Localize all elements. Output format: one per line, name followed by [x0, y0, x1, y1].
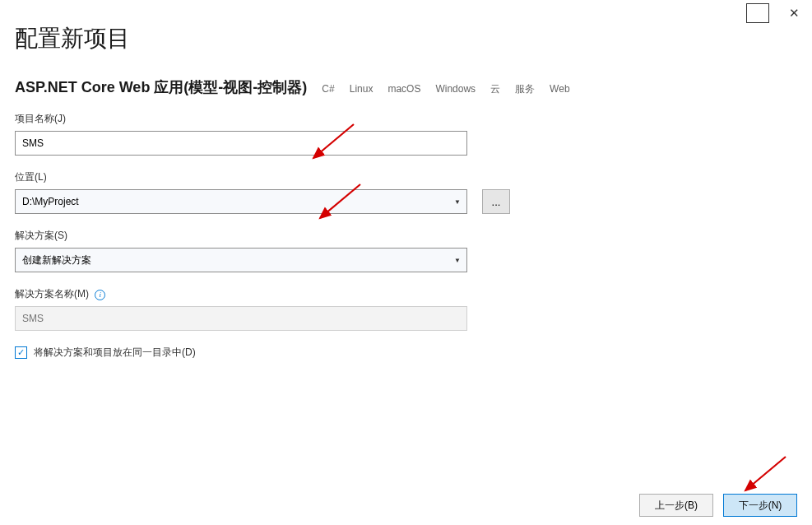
tag-csharp: C#: [322, 83, 334, 95]
solution-name-group: 解决方案名称(M) i: [15, 287, 797, 331]
solution-select[interactable]: 创建新解决方案: [15, 248, 467, 272]
browse-button[interactable]: ...: [482, 189, 510, 214]
tag-service: 服务: [515, 82, 535, 96]
location-value: D:\MyProject: [22, 196, 79, 207]
next-button[interactable]: 下一步(N): [723, 494, 797, 517]
project-name-label: 项目名称(J): [15, 112, 797, 126]
tag-linux: Linux: [350, 83, 374, 95]
solution-value: 创建新解决方案: [22, 254, 91, 266]
maximize-button[interactable]: [746, 3, 769, 23]
dialog-title: 配置新项目: [15, 23, 797, 54]
window-controls: [746, 3, 805, 23]
maximize-icon: [746, 3, 769, 23]
info-icon[interactable]: i: [95, 290, 105, 300]
same-dir-checkbox[interactable]: ✓: [15, 346, 27, 359]
annotation-arrow-icon: [740, 454, 790, 499]
solution-label: 解决方案(S): [15, 229, 797, 243]
location-select[interactable]: D:\MyProject: [15, 189, 467, 214]
location-group: 位置(L) D:\MyProject ▼ ...: [15, 170, 797, 214]
solution-name-label-text: 解决方案名称(M): [15, 288, 89, 300]
project-type-title: ASP.NET Core Web 应用(模型-视图-控制器): [15, 77, 307, 97]
solution-name-label: 解决方案名称(M) i: [15, 287, 797, 301]
tag-web: Web: [550, 83, 569, 95]
dialog-footer: 上一步(B) 下一步(N): [639, 494, 797, 517]
same-dir-row: ✓ 将解决方案和项目放在同一目录中(D): [15, 346, 797, 360]
back-button[interactable]: 上一步(B): [639, 494, 713, 517]
project-name-group: 项目名称(J): [15, 112, 797, 156]
same-dir-label[interactable]: 将解决方案和项目放在同一目录中(D): [34, 346, 196, 360]
project-type-row: ASP.NET Core Web 应用(模型-视图-控制器) C# Linux …: [15, 77, 797, 97]
solution-name-input: [15, 306, 467, 331]
svg-line-2: [745, 457, 786, 490]
dialog-content: 配置新项目 ASP.NET Core Web 应用(模型-视图-控制器) C# …: [0, 0, 812, 360]
project-name-input[interactable]: [15, 131, 467, 156]
close-button[interactable]: [782, 3, 805, 23]
tag-cloud: 云: [490, 82, 500, 96]
location-label: 位置(L): [15, 170, 797, 184]
tag-macos: macOS: [387, 83, 420, 95]
solution-group: 解决方案(S) 创建新解决方案 ▼: [15, 229, 797, 272]
tag-windows: Windows: [435, 83, 476, 95]
